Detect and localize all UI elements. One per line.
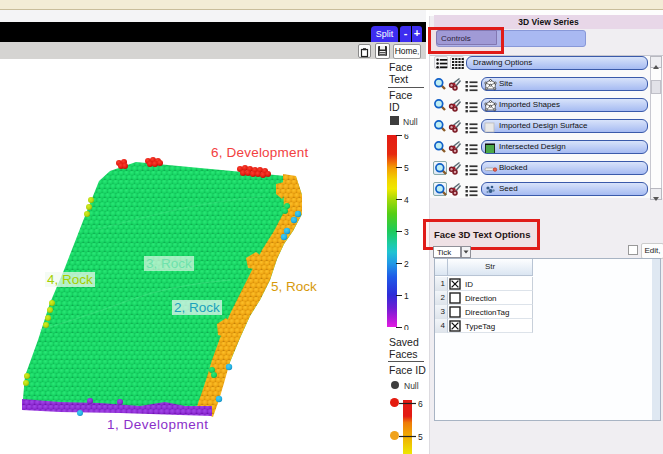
svg-text:1: 1 [404, 291, 409, 301]
svg-text:5: 5 [418, 432, 423, 442]
svg-text:5: 5 [404, 163, 409, 173]
svg-text:3: 3 [404, 227, 409, 237]
svg-text:4: 4 [404, 195, 409, 205]
svg-text:6: 6 [404, 134, 409, 141]
svg-text:2: 2 [404, 259, 409, 269]
svg-text:6: 6 [418, 399, 423, 409]
svg-text:0: 0 [404, 323, 409, 330]
